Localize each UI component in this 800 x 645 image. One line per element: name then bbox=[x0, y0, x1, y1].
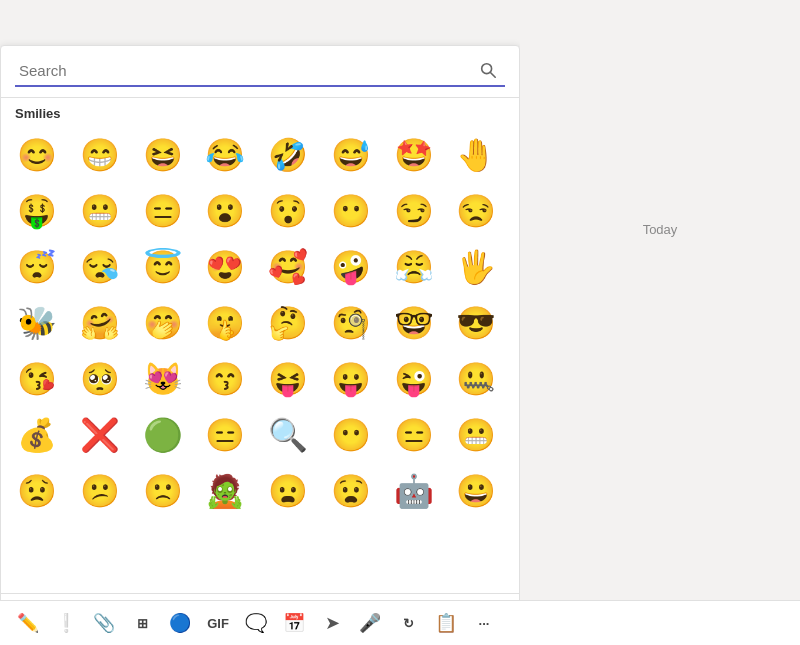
emoji-cell[interactable]: 🤔 bbox=[262, 297, 314, 349]
sticker-button[interactable]: 🗨️ bbox=[238, 605, 274, 641]
emoji-cell[interactable]: 😒 bbox=[450, 185, 502, 237]
send-button[interactable]: ➤ bbox=[314, 605, 350, 641]
svg-point-0 bbox=[482, 63, 492, 73]
emoji-cell[interactable]: 💰 bbox=[11, 409, 63, 461]
emoji-cell[interactable]: 😅 bbox=[325, 129, 377, 181]
category-label: Smilies bbox=[1, 98, 519, 125]
emoji-cell[interactable]: 🐝 bbox=[11, 297, 63, 349]
emoji-cell[interactable]: 🤩 bbox=[388, 129, 440, 181]
emoji-cell[interactable]: 😙 bbox=[199, 353, 251, 405]
emoji-cell[interactable]: 😎 bbox=[450, 297, 502, 349]
emoji-cell[interactable]: 😁 bbox=[74, 129, 126, 181]
emoji-cell[interactable]: 🔍 bbox=[262, 409, 314, 461]
emoji-cell[interactable]: 🤖 bbox=[388, 465, 440, 517]
emoji-cell[interactable]: 😑 bbox=[137, 185, 189, 237]
emoji-cell[interactable]: 😻 bbox=[137, 353, 189, 405]
emoji-cell[interactable]: 🤗 bbox=[74, 297, 126, 349]
svg-line-1 bbox=[491, 72, 496, 77]
emoji-cell[interactable]: 😘 bbox=[11, 353, 63, 405]
emoji-cell[interactable]: 😑 bbox=[199, 409, 251, 461]
emoji-grid: 😊😁😆😂🤣😅🤩🤚🤑😬😑😮😯😶😏😒😴😪😇😍🥰🤪😤🖐️🐝🤗🤭🤫🤔🧐🤓😎😘🥺😻😙😝😛😜… bbox=[11, 129, 509, 517]
emoji-cell[interactable]: 🤓 bbox=[388, 297, 440, 349]
emoji-cell[interactable]: 😛 bbox=[325, 353, 377, 405]
emoji-cell[interactable]: 😕 bbox=[74, 465, 126, 517]
emoji-cell[interactable]: 🖐️ bbox=[450, 241, 502, 293]
emoji-cell[interactable]: 🥰 bbox=[262, 241, 314, 293]
emoji-panel: Smilies 😊😁😆😂🤣😅🤩🤚🤑😬😑😮😯😶😏😒😴😪😇😍🥰🤪😤🖐️🐝🤗🤭🤫🤔🧐🤓… bbox=[0, 45, 520, 645]
emoji-cell[interactable]: 🧐 bbox=[325, 297, 377, 349]
emoji-cell[interactable]: 🟢 bbox=[137, 409, 189, 461]
emoji-cell[interactable]: 🤣 bbox=[262, 129, 314, 181]
emoji-cell[interactable]: 😬 bbox=[74, 185, 126, 237]
emoji-cell[interactable]: 😇 bbox=[137, 241, 189, 293]
emoji-button[interactable]: 🔵 bbox=[162, 605, 198, 641]
more-button[interactable]: ··· bbox=[466, 605, 502, 641]
search-container bbox=[1, 46, 519, 98]
emoji-cell[interactable]: 🤫 bbox=[199, 297, 251, 349]
today-label: Today bbox=[635, 220, 686, 239]
emoji-cell[interactable]: 🙁 bbox=[137, 465, 189, 517]
pen-button[interactable]: ✏️ bbox=[10, 605, 46, 641]
emoji-cell[interactable]: ❌ bbox=[74, 409, 126, 461]
emoji-cell[interactable]: 😏 bbox=[388, 185, 440, 237]
emoji-cell[interactable]: 😜 bbox=[388, 353, 440, 405]
emoji-cell[interactable]: 😟 bbox=[11, 465, 63, 517]
emoji-cell[interactable]: 🤪 bbox=[325, 241, 377, 293]
attach-button[interactable]: 📎 bbox=[86, 605, 122, 641]
emoji-cell[interactable]: 😪 bbox=[74, 241, 126, 293]
search-input[interactable] bbox=[15, 56, 505, 87]
emoji-cell[interactable]: 😴 bbox=[11, 241, 63, 293]
toolbar-bar: ✏️❕📎⊞🔵GIF🗨️📅➤🎤↻📋··· bbox=[0, 600, 800, 645]
loop-button[interactable]: ↻ bbox=[390, 605, 426, 641]
gif-button[interactable]: GIF bbox=[200, 605, 236, 641]
emoji-cell[interactable]: 🤑 bbox=[11, 185, 63, 237]
emoji-cell[interactable]: 🤚 bbox=[450, 129, 502, 181]
layout-button[interactable]: ⊞ bbox=[124, 605, 160, 641]
audio-button[interactable]: 🎤 bbox=[352, 605, 388, 641]
emoji-cell[interactable]: 😑 bbox=[388, 409, 440, 461]
emoji-cell[interactable]: 😍 bbox=[199, 241, 251, 293]
emoji-cell[interactable]: 😂 bbox=[199, 129, 251, 181]
copy-button[interactable]: 📋 bbox=[428, 605, 464, 641]
emoji-cell[interactable]: 😆 bbox=[137, 129, 189, 181]
emoji-cell[interactable]: 😀 bbox=[450, 465, 502, 517]
emoji-cell[interactable]: 😤 bbox=[388, 241, 440, 293]
emoji-cell[interactable]: 😯 bbox=[262, 185, 314, 237]
emoji-cell[interactable]: 🧟 bbox=[199, 465, 251, 517]
emoji-cell[interactable]: 🥺 bbox=[74, 353, 126, 405]
right-panel: Today bbox=[520, 0, 800, 645]
emoji-cell[interactable]: 😬 bbox=[450, 409, 502, 461]
main-container: Smilies 😊😁😆😂🤣😅🤩🤚🤑😬😑😮😯😶😏😒😴😪😇😍🥰🤪😤🖐️🐝🤗🤭🤫🤔🧐🤓… bbox=[0, 0, 800, 645]
emoji-cell[interactable]: 😊 bbox=[11, 129, 63, 181]
emoji-cell[interactable]: 🤭 bbox=[137, 297, 189, 349]
emoji-cell[interactable]: 😮 bbox=[199, 185, 251, 237]
emoji-cell[interactable]: 😧 bbox=[325, 465, 377, 517]
emoji-cell[interactable]: 😝 bbox=[262, 353, 314, 405]
search-icon bbox=[479, 61, 497, 83]
schedule-button[interactable]: 📅 bbox=[276, 605, 312, 641]
emoji-cell[interactable]: 😶 bbox=[325, 409, 377, 461]
emoji-grid-container[interactable]: 😊😁😆😂🤣😅🤩🤚🤑😬😑😮😯😶😏😒😴😪😇😍🥰🤪😤🖐️🐝🤗🤭🤫🤔🧐🤓😎😘🥺😻😙😝😛😜… bbox=[1, 125, 519, 593]
emoji-cell[interactable]: 😦 bbox=[262, 465, 314, 517]
emoji-cell[interactable]: 🤐 bbox=[450, 353, 502, 405]
emoji-cell[interactable]: 😶 bbox=[325, 185, 377, 237]
exclaim-button[interactable]: ❕ bbox=[48, 605, 84, 641]
